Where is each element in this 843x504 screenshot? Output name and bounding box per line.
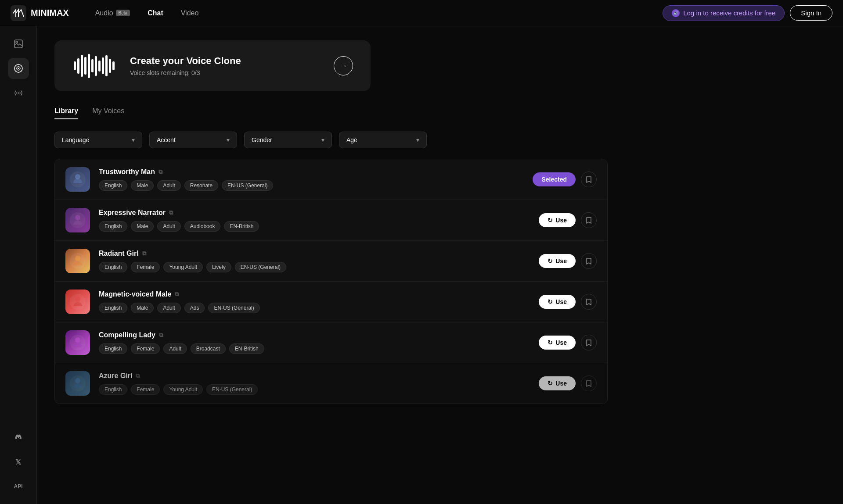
- copy-icon-trustworthy-man[interactable]: ⧉: [159, 168, 162, 175]
- tag: Adult: [163, 343, 187, 354]
- voice-name-radiant-girl: Radiant Girl ⧉: [99, 250, 530, 257]
- copy-icon-magnetic-voiced-male[interactable]: ⧉: [175, 291, 179, 298]
- tag: Adult: [157, 221, 180, 232]
- accent-filter[interactable]: Accent ▾: [149, 132, 237, 148]
- use-button-radiant-girl[interactable]: ↻ Use: [539, 254, 576, 268]
- tag: Female: [131, 262, 160, 272]
- voice-avatar-expressive-narrator: [65, 208, 90, 232]
- sidebar-image-icon[interactable]: [8, 33, 29, 54]
- tag: EN-British: [224, 221, 259, 232]
- voice-name-magnetic-voiced-male: Magnetic-voiced Male ⧉: [99, 290, 530, 298]
- voice-avatar-magnetic-voiced-male: [65, 290, 90, 314]
- refresh-icon: ↻: [548, 257, 553, 265]
- tag: Adult: [157, 303, 180, 313]
- nav-links: Audio Beta Chat Video: [86, 0, 208, 26]
- svg-point-2: [16, 41, 18, 43]
- nav-right: 🔊 Log in to receive credits for free Sig…: [663, 5, 832, 21]
- voice-name-compelling-lady: Compelling Lady ⧉: [99, 331, 530, 339]
- tag: EN-US (General): [208, 303, 259, 313]
- banner-arrow-button[interactable]: →: [334, 56, 353, 75]
- voice-info-expressive-narrator: Expressive Narrator ⧉ English Male Adult…: [99, 209, 530, 232]
- age-filter[interactable]: Age ▾: [339, 132, 427, 148]
- twitter-button[interactable]: 𝕏: [8, 451, 29, 472]
- voice-avatar-azure-girl: [65, 371, 90, 396]
- api-button[interactable]: API: [8, 476, 29, 497]
- voice-actions-compelling-lady: ↻ Use: [539, 335, 597, 350]
- discord-button[interactable]: [8, 427, 29, 448]
- tag: English: [99, 221, 127, 232]
- use-button-expressive-narrator[interactable]: ↻ Use: [539, 213, 576, 227]
- tag: EN-US (General): [206, 384, 258, 395]
- copy-icon-expressive-narrator[interactable]: ⧉: [169, 209, 173, 216]
- waveform-icon: [72, 53, 116, 79]
- tag: Female: [131, 384, 160, 395]
- logo-text: MINIMAX: [31, 8, 69, 18]
- bookmark-button-compelling-lady[interactable]: [581, 335, 597, 350]
- tab-my-voices[interactable]: My Voices: [92, 107, 124, 119]
- logo[interactable]: MINIMAX: [11, 5, 69, 21]
- sidebar-broadcast-icon[interactable]: [8, 82, 29, 104]
- voice-item-radiant-girl: Radiant Girl ⧉ English Female Young Adul…: [55, 241, 607, 282]
- tag: Male: [131, 180, 154, 191]
- voice-item-magnetic-voiced-male: Magnetic-voiced Male ⧉ English Male Adul…: [55, 282, 607, 322]
- tag: Resonate: [184, 180, 218, 191]
- svg-point-16: [75, 337, 80, 343]
- use-button-azure-girl[interactable]: ↻ Use: [539, 376, 576, 390]
- svg-point-14: [75, 297, 80, 302]
- voice-tags-compelling-lady: English Female Adult Broadcast EN-Britis…: [99, 343, 530, 354]
- credits-button[interactable]: 🔊 Log in to receive credits for free: [663, 5, 785, 21]
- voice-tags-azure-girl: English Female Young Adult EN-US (Genera…: [99, 384, 530, 395]
- svg-point-6: [18, 93, 19, 94]
- bookmark-button-radiant-girl[interactable]: [581, 253, 597, 269]
- voice-info-azure-girl: Azure Girl ⧉ English Female Young Adult …: [99, 372, 530, 395]
- refresh-icon: ↻: [548, 217, 553, 224]
- selected-button-trustworthy-man[interactable]: Selected: [533, 172, 576, 186]
- voice-item-expressive-narrator: Expressive Narrator ⧉ English Male Adult…: [55, 200, 607, 241]
- credits-icon: 🔊: [672, 9, 680, 17]
- tag: English: [99, 384, 127, 395]
- tag: EN-US (General): [235, 262, 286, 272]
- voice-info-radiant-girl: Radiant Girl ⧉ English Female Young Adul…: [99, 250, 530, 272]
- use-button-compelling-lady[interactable]: ↻ Use: [539, 336, 576, 350]
- top-navigation: MINIMAX Audio Beta Chat Video 🔊 Log in t…: [0, 0, 843, 26]
- use-button-magnetic-voiced-male[interactable]: ↻ Use: [539, 295, 576, 309]
- bookmark-button-magnetic-voiced-male[interactable]: [581, 294, 597, 310]
- refresh-icon: ↻: [548, 380, 553, 387]
- copy-icon-azure-girl[interactable]: ⧉: [136, 372, 140, 379]
- voice-avatar-compelling-lady: [65, 330, 90, 355]
- chevron-down-icon: ▾: [227, 136, 230, 143]
- tag: Male: [131, 221, 154, 232]
- tag: English: [99, 343, 127, 354]
- voice-name-trustworthy-man: Trustworthy Man ⧉: [99, 168, 524, 176]
- bookmark-button-azure-girl[interactable]: [581, 375, 597, 391]
- nav-chat[interactable]: Chat: [139, 0, 172, 26]
- language-filter[interactable]: Language ▾: [54, 132, 142, 148]
- copy-icon-radiant-girl[interactable]: ⧉: [142, 250, 146, 257]
- copy-icon-compelling-lady[interactable]: ⧉: [159, 332, 163, 339]
- voice-item-azure-girl: Azure Girl ⧉ English Female Young Adult …: [55, 363, 607, 404]
- voice-tags-magnetic-voiced-male: English Male Adult Ads EN-US (General): [99, 303, 530, 313]
- svg-point-5: [18, 68, 19, 69]
- beta-badge: Beta: [116, 10, 130, 16]
- nav-video[interactable]: Video: [172, 0, 208, 26]
- tag: Adult: [157, 180, 180, 191]
- voice-clone-banner: Create your Voice Clone Voice slots rema…: [54, 40, 371, 91]
- signin-button[interactable]: Sign In: [790, 5, 832, 21]
- tag: English: [99, 262, 127, 272]
- voice-info-trustworthy-man: Trustworthy Man ⧉ English Male Adult Res…: [99, 168, 524, 191]
- bookmark-button-expressive-narrator[interactable]: [581, 212, 597, 228]
- tag: Broadcast: [191, 343, 226, 354]
- refresh-icon: ↻: [548, 339, 553, 346]
- sidebar-audio-icon[interactable]: [8, 58, 29, 79]
- banner-text: Create your Voice Clone Voice slots rema…: [130, 55, 241, 76]
- gender-filter[interactable]: Gender ▾: [244, 132, 332, 148]
- tab-library[interactable]: Library: [54, 107, 78, 119]
- tag: Young Adult: [163, 384, 203, 395]
- bookmark-button-trustworthy-man[interactable]: [581, 172, 597, 187]
- chevron-down-icon: ▾: [416, 136, 419, 143]
- voice-tags-expressive-narrator: English Male Adult Audiobook EN-British: [99, 221, 530, 232]
- tag: English: [99, 303, 127, 313]
- nav-audio[interactable]: Audio Beta: [86, 0, 139, 26]
- voice-tags-trustworthy-man: English Male Adult Resonate EN-US (Gener…: [99, 180, 524, 191]
- voice-tags-radiant-girl: English Female Young Adult Lively EN-US …: [99, 262, 530, 272]
